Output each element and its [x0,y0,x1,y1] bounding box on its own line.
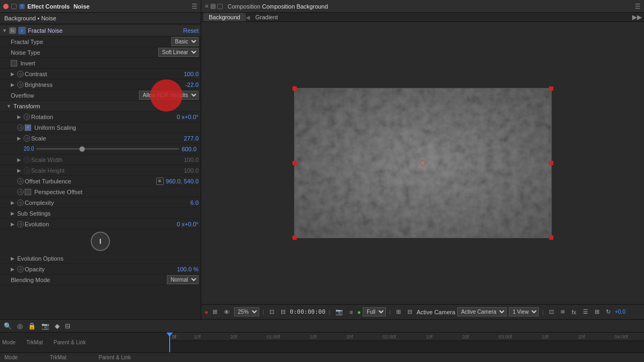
opacity-stopwatch[interactable]: ◷ [17,266,24,272]
sync-btn[interactable]: ↻ [604,307,613,316]
noise-type-select[interactable]: Soft Linear [158,48,199,57]
grid-btn[interactable]: ⊞ [592,307,602,316]
fast-preview-btn[interactable]: ⊟ [405,307,414,316]
noise-type-row: Noise Type Soft Linear [0,47,201,58]
evolution-stopwatch[interactable]: ◷ [17,221,24,227]
layer-btn[interactable]: ☰ [581,307,590,316]
tab-background[interactable]: Background [203,13,246,21]
fx-btn[interactable]: fx [569,308,579,316]
fractal-type-select[interactable]: Basic [171,37,199,46]
brightness-stopwatch[interactable]: ◷ [17,82,24,88]
brightness-value[interactable]: -22.0 [185,82,199,88]
composition-canvas [201,22,644,304]
rotation-expand[interactable]: ▶ [17,114,23,120]
quality-select[interactable]: Full [363,307,386,316]
handle-bottom-left[interactable] [292,235,297,240]
reset-button[interactable]: Reset [183,27,199,34]
scale-stopwatch[interactable]: ◷ [24,135,30,142]
scale-expand[interactable]: ▶ [17,136,23,141]
close-button[interactable] [3,4,9,9]
offset-turbulence-value[interactable]: 960.0, 540.0 [166,178,199,184]
tab-gradient[interactable]: Gradient [250,13,283,21]
brightness-expand[interactable]: ▶ [11,82,16,87]
rotation-stopwatch[interactable]: ◷ [24,114,30,120]
timeline-area: 🔍 ◎ 🔒 📷 ◆ ⊟ Mode TrkMat Parent & Link 0f… [0,319,644,362]
timeline-playhead[interactable] [169,333,170,352]
comp-title: Composition Composition Background [228,3,328,10]
viewer-channel-btn[interactable]: ≡ [347,308,355,316]
evolution-options-expand[interactable]: ▶ [11,256,16,261]
tl-search-icon[interactable]: 🔍 [2,322,13,330]
timeline-content: Mode TrkMat Parent & Link 0f 10f 20f 01:… [0,333,644,352]
record-icon[interactable]: ● [204,308,208,316]
offset-turbulence-stopwatch[interactable]: ◷ [17,178,24,184]
handle-top-left[interactable] [292,86,297,91]
collapse-arrow[interactable]: ▼ [2,28,7,33]
overflow-select[interactable]: Allow HDR Results [139,91,199,100]
panel-icon [11,4,17,9]
complexity-value[interactable]: 6.0 [191,200,199,206]
complexity-label: Complexity [25,200,189,206]
tl-camera-icon[interactable]: 📷 [40,322,51,330]
evolution-dial[interactable] [91,232,110,251]
uniform-scaling-stopwatch[interactable]: ◷ [17,124,24,131]
target-icon[interactable]: ⊕ [156,178,164,185]
center-point [420,160,426,166]
contrast-stopwatch[interactable]: ◷ [17,71,24,77]
viewer-grid-btn[interactable]: ⊞ [210,307,219,316]
uniform-scaling-checkbox[interactable]: ✓ [25,124,31,131]
tl-flow-icon[interactable]: ⊟ [63,322,72,330]
layer-name: Background • Noise [0,13,201,24]
tl-solo-icon[interactable]: ◎ [16,322,24,330]
motion-blur-btn[interactable]: ≋ [558,307,567,316]
invert-checkbox[interactable] [11,60,17,67]
complexity-stopwatch[interactable]: ◷ [17,200,24,206]
effect-controls-content: ▼ fx f Fractal Noise Reset Fractal Type … [0,24,201,319]
blending-mode-select[interactable]: Normal [167,275,199,284]
contrast-value[interactable]: 100.0 [184,71,199,77]
viewer-vr-btn[interactable]: 👁 [222,308,232,316]
opacity-value[interactable]: 100.0 % [177,266,199,272]
tl-lock-icon[interactable]: 🔒 [26,322,38,330]
contrast-label: Contrast [25,71,182,77]
evolution-expand[interactable]: ▶ [11,221,16,227]
opacity-expand[interactable]: ▶ [11,267,16,272]
scale-width-expand[interactable]: ▶ [17,157,23,162]
scale-slider[interactable] [36,148,179,150]
renderer-btn[interactable]: ⊡ [547,307,556,316]
tl-marker-icon[interactable]: ◆ [53,322,61,330]
rotation-value[interactable]: 0 x+0.0° [177,114,199,120]
effect-header: ▼ fx f Fractal Noise Reset [0,25,201,36]
zoom-select[interactable]: 25% [234,307,259,316]
comp-lock-icon[interactable] [217,4,223,9]
comp-menu-icon[interactable]: ☰ [635,3,641,10]
comp-close-icon[interactable]: ✕ [204,3,209,9]
region-btn[interactable]: ⊟ [279,307,288,316]
ruler-track: 0f 10f 20f 01:00f 10f 20f 02:00f 10f 20f… [169,333,644,341]
evolution-value[interactable]: 0 x+0.0° [177,221,199,227]
panel-menu-icon[interactable]: ☰ [192,3,197,10]
perspective-checkbox[interactable] [25,189,31,195]
handle-bottom-right[interactable] [549,235,553,240]
timecode[interactable]: 0:00:00:00 [290,308,325,315]
view-select[interactable]: 1 View [509,307,539,316]
mark-04: 04:00f [614,334,628,339]
sub-settings-expand[interactable]: ▶ [11,211,16,216]
scale-width-label: Scale Width [31,157,182,163]
complexity-expand[interactable]: ▶ [11,200,16,205]
scale-height-expand[interactable]: ▶ [17,168,23,173]
handle-top-right[interactable] [549,86,553,91]
transform-expand[interactable]: ▼ [6,104,11,109]
scale-value[interactable]: 277.0 [184,135,199,142]
panel-tab-name[interactable]: Noise [74,3,90,10]
left-edge-handle[interactable] [292,161,297,165]
contrast-expand[interactable]: ▶ [11,71,16,77]
camera-select[interactable]: Active Camera [457,307,507,316]
handle-mid-right[interactable] [549,161,553,165]
fit-btn[interactable]: ⊡ [267,307,276,316]
resolution-btn[interactable]: ⊞ [394,307,403,316]
mark-20f2: 20f [346,334,353,339]
camera-snap-btn[interactable]: 📷 [333,307,345,316]
contrast-row: ▶ ◷ Contrast 100.0 [0,69,201,79]
perspective-stopwatch[interactable]: ◷ [17,189,24,195]
